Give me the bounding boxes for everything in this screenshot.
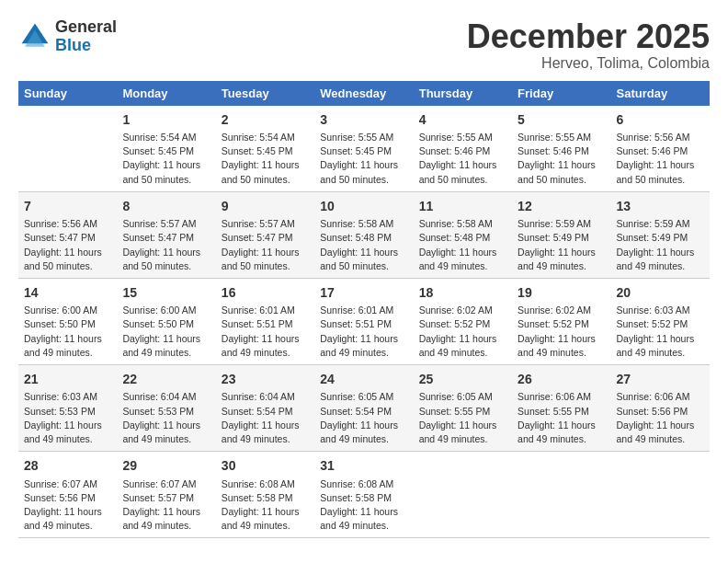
sunset-info: Sunset: 5:56 PM [617,405,704,419]
sunrise-info: Sunrise: 5:59 AM [518,217,605,231]
calendar-cell: 29 Sunrise: 6:07 AM Sunset: 5:57 PM Dayl… [117,452,215,538]
sunset-info: Sunset: 5:55 PM [518,405,605,419]
day-number: 31 [320,456,407,475]
title-block: December 2025 Herveo, Tolima, Colombia [467,18,710,72]
sunrise-info: Sunrise: 5:59 AM [617,217,704,231]
daylight-info: Daylight: 11 hours and 49 minutes. [518,332,605,360]
calendar-cell [414,452,512,538]
daylight-info: Daylight: 11 hours and 49 minutes. [122,505,210,533]
day-number: 16 [222,283,309,302]
sunrise-info: Sunrise: 6:07 AM [122,477,210,491]
sunset-info: Sunset: 5:46 PM [617,144,704,158]
sunrise-info: Sunrise: 5:54 AM [222,131,309,144]
day-number: 26 [518,370,605,388]
sunrise-info: Sunrise: 5:54 AM [122,131,210,144]
daylight-info: Daylight: 11 hours and 49 minutes. [24,419,111,446]
day-number: 1 [122,110,210,129]
month-title: December 2025 [467,18,710,55]
calendar-cell: 11 Sunrise: 5:58 AM Sunset: 5:48 PM Dayl… [414,191,512,278]
calendar-cell: 31 Sunrise: 6:08 AM Sunset: 5:58 PM Dayl… [314,452,413,538]
logo-text: General Blue [55,18,117,55]
sunrise-info: Sunrise: 6:04 AM [122,390,210,404]
daylight-info: Daylight: 11 hours and 50 minutes. [320,158,407,186]
calendar-cell: 23 Sunrise: 6:04 AM Sunset: 5:54 PM Dayl… [216,365,314,452]
calendar-cell: 20 Sunrise: 6:03 AM Sunset: 5:52 PM Dayl… [611,278,710,364]
day-number: 14 [24,283,111,302]
day-number: 8 [122,197,210,215]
sunset-info: Sunset: 5:47 PM [122,231,210,245]
day-number: 5 [518,110,605,129]
sunrise-info: Sunrise: 5:56 AM [24,217,111,231]
day-number: 28 [24,456,111,475]
day-number: 20 [617,283,704,302]
daylight-info: Daylight: 11 hours and 50 minutes. [24,246,111,273]
daylight-info: Daylight: 11 hours and 50 minutes. [222,246,309,273]
calendar-cell: 30 Sunrise: 6:08 AM Sunset: 5:58 PM Dayl… [216,452,314,538]
calendar-cell: 17 Sunrise: 6:01 AM Sunset: 5:51 PM Dayl… [314,278,413,364]
sunset-info: Sunset: 5:48 PM [419,231,506,245]
calendar-cell: 15 Sunrise: 6:00 AM Sunset: 5:50 PM Dayl… [117,278,215,364]
day-number: 12 [518,197,605,215]
daylight-info: Daylight: 11 hours and 49 minutes. [518,246,605,273]
sunrise-info: Sunrise: 5:57 AM [122,217,210,231]
day-number: 13 [617,197,704,215]
day-number: 19 [518,283,605,302]
sunrise-info: Sunrise: 6:06 AM [518,390,605,404]
calendar-cell: 8 Sunrise: 5:57 AM Sunset: 5:47 PM Dayli… [117,191,215,278]
daylight-info: Daylight: 11 hours and 49 minutes. [320,505,407,533]
day-number: 2 [222,110,309,129]
calendar-cell: 12 Sunrise: 5:59 AM Sunset: 5:49 PM Dayl… [512,191,610,278]
daylight-info: Daylight: 11 hours and 49 minutes. [419,332,506,360]
sunset-info: Sunset: 5:52 PM [419,317,506,331]
calendar-cell: 18 Sunrise: 6:02 AM Sunset: 5:52 PM Dayl… [414,278,512,364]
sunset-info: Sunset: 5:50 PM [24,317,111,331]
logo-icon [18,20,51,53]
sunset-info: Sunset: 5:47 PM [24,231,111,245]
sunrise-info: Sunrise: 6:03 AM [617,304,704,317]
daylight-info: Daylight: 11 hours and 49 minutes. [222,419,309,446]
daylight-info: Daylight: 11 hours and 49 minutes. [222,332,309,360]
sunset-info: Sunset: 5:53 PM [24,405,111,419]
weekday-header: Wednesday [314,81,413,106]
calendar-table: SundayMondayTuesdayWednesdayThursdayFrid… [18,81,710,539]
sunset-info: Sunset: 5:54 PM [222,405,309,419]
weekday-header: Monday [117,81,215,106]
day-number: 10 [320,197,407,215]
sunrise-info: Sunrise: 6:00 AM [24,304,111,317]
sunset-info: Sunset: 5:45 PM [320,144,407,158]
location-title: Herveo, Tolima, Colombia [467,55,710,72]
sunrise-info: Sunrise: 6:05 AM [320,390,407,404]
daylight-info: Daylight: 11 hours and 49 minutes. [24,332,111,360]
calendar-cell: 3 Sunrise: 5:55 AM Sunset: 5:45 PM Dayli… [314,106,413,192]
day-number: 9 [222,197,309,215]
day-number: 29 [122,456,210,475]
daylight-info: Daylight: 11 hours and 50 minutes. [122,246,210,273]
calendar-cell: 28 Sunrise: 6:07 AM Sunset: 5:56 PM Dayl… [18,452,117,538]
daylight-info: Daylight: 11 hours and 49 minutes. [617,246,704,273]
sunset-info: Sunset: 5:55 PM [419,405,506,419]
sunrise-info: Sunrise: 5:55 AM [419,131,506,144]
sunrise-info: Sunrise: 6:07 AM [24,477,111,491]
sunrise-info: Sunrise: 5:55 AM [320,131,407,144]
weekday-header: Saturday [611,81,710,106]
sunrise-info: Sunrise: 6:01 AM [222,304,309,317]
calendar-cell: 6 Sunrise: 5:56 AM Sunset: 5:46 PM Dayli… [611,106,710,192]
sunset-info: Sunset: 5:58 PM [320,491,407,505]
calendar-cell: 10 Sunrise: 5:58 AM Sunset: 5:48 PM Dayl… [314,191,413,278]
calendar-cell: 14 Sunrise: 6:00 AM Sunset: 5:50 PM Dayl… [18,278,117,364]
sunrise-info: Sunrise: 5:58 AM [320,217,407,231]
daylight-info: Daylight: 11 hours and 49 minutes. [419,419,506,446]
calendar-cell: 24 Sunrise: 6:05 AM Sunset: 5:54 PM Dayl… [314,365,413,452]
calendar-cell [611,452,710,538]
calendar-cell: 5 Sunrise: 5:55 AM Sunset: 5:46 PM Dayli… [512,106,610,192]
sunrise-info: Sunrise: 6:08 AM [222,477,309,491]
day-number: 22 [122,370,210,388]
page-header: General Blue December 2025 Herveo, Tolim… [18,18,710,72]
calendar-week-row: 7 Sunrise: 5:56 AM Sunset: 5:47 PM Dayli… [18,191,710,278]
sunset-info: Sunset: 5:53 PM [122,405,210,419]
calendar-cell [512,452,610,538]
sunset-info: Sunset: 5:45 PM [122,144,210,158]
daylight-info: Daylight: 11 hours and 50 minutes. [518,158,605,186]
day-number: 6 [617,110,704,129]
sunrise-info: Sunrise: 6:02 AM [518,304,605,317]
